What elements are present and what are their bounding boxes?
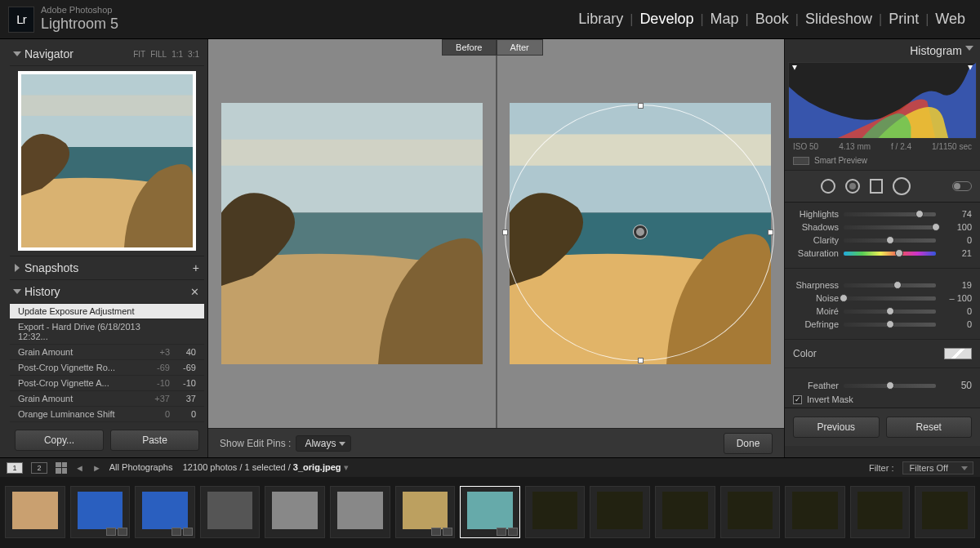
filter-dropdown[interactable]: Filters Off xyxy=(902,461,973,474)
navigator-header[interactable]: Navigator FITFILL1:13:1 xyxy=(10,42,204,66)
slider-highlights[interactable]: Highlights74 xyxy=(793,209,972,219)
prev-photo-icon[interactable]: ◄ xyxy=(75,463,84,473)
slider-saturation[interactable]: Saturation21 xyxy=(793,248,972,258)
filmstrip-thumb[interactable] xyxy=(5,486,65,538)
filmstrip-thumb[interactable] xyxy=(720,486,781,538)
module-book[interactable]: Book xyxy=(749,11,795,28)
history-item[interactable]: Post-Crop Vignette A...-10-10 xyxy=(10,376,204,391)
histogram[interactable] xyxy=(788,62,977,139)
add-snapshot-icon[interactable]: + xyxy=(193,261,199,274)
filmstrip-thumb[interactable] xyxy=(525,486,586,538)
filmstrip-bar: 1 2 ◄ ► All Photographs 12100 photos / 1… xyxy=(0,457,980,477)
monitor-2-button[interactable]: 2 xyxy=(31,462,47,474)
module-map[interactable]: Map xyxy=(704,11,746,28)
slider-noise[interactable]: Noise– 100 xyxy=(793,293,972,303)
svg-rect-1 xyxy=(21,95,193,115)
breadcrumb[interactable]: All Photographs 12100 photos / 1 selecte… xyxy=(109,462,349,473)
crop-tool-icon[interactable] xyxy=(793,180,811,193)
zoom-1:1[interactable]: 1:1 xyxy=(172,50,183,59)
filmstrip-thumb[interactable] xyxy=(915,486,975,538)
disclosure-triangle-icon xyxy=(15,264,20,272)
smart-preview-icon xyxy=(793,157,809,165)
edit-pins-dropdown[interactable]: Always xyxy=(296,435,351,452)
copy-button[interactable]: Copy... xyxy=(15,430,104,451)
reset-button[interactable]: Reset xyxy=(886,417,973,438)
snapshots-title: Snapshots xyxy=(24,261,78,274)
filmstrip-thumb[interactable] xyxy=(590,486,650,538)
grid-view-icon[interactable] xyxy=(56,462,67,474)
done-button[interactable]: Done xyxy=(724,433,773,454)
next-photo-icon[interactable]: ► xyxy=(92,463,101,473)
filmstrip-thumb[interactable] xyxy=(460,486,520,538)
histogram-header[interactable]: Histogram xyxy=(785,39,980,62)
local-tools-row xyxy=(785,171,980,203)
smart-preview-row: Smart Preview xyxy=(785,154,980,171)
invert-mask-checkbox[interactable]: Invert Mask xyxy=(793,394,972,404)
slider-defringe[interactable]: Defringe0 xyxy=(793,319,972,329)
svg-rect-7 xyxy=(510,134,771,165)
slider-sharpness[interactable]: Sharpness19 xyxy=(793,280,972,290)
before-pane[interactable] xyxy=(208,39,497,428)
filmstrip-thumb[interactable] xyxy=(135,486,195,538)
module-library[interactable]: Library xyxy=(572,11,630,28)
radial-filter-icon[interactable] xyxy=(893,177,911,195)
after-pane[interactable] xyxy=(497,39,785,428)
slider-shadows[interactable]: Shadows100 xyxy=(793,222,972,232)
filmstrip[interactable] xyxy=(0,477,980,547)
brand-sub: Adobe Photoshop xyxy=(41,5,118,16)
filmstrip-thumb[interactable] xyxy=(70,486,131,538)
filmstrip-thumb[interactable] xyxy=(850,486,911,538)
beach-photo-icon xyxy=(21,74,193,247)
toolbar: Show Edit Pins : Always Done xyxy=(208,428,784,457)
filmstrip-thumb[interactable] xyxy=(330,486,390,538)
history-list: Update Exposure AdjustmentExport - Hard … xyxy=(10,304,204,423)
zoom-fit[interactable]: FIT xyxy=(133,50,145,59)
module-web[interactable]: Web xyxy=(929,11,972,28)
zoom-fill[interactable]: FILL xyxy=(150,50,167,59)
history-item[interactable]: Grain Amount+3737 xyxy=(10,391,204,407)
history-title: History xyxy=(24,285,60,298)
zoom-3:1[interactable]: 3:1 xyxy=(188,50,199,59)
clear-history-icon[interactable]: ✕ xyxy=(190,286,199,298)
module-tabs: Library|Develop|Map|Book|Slideshow|Print… xyxy=(572,11,972,28)
navigator-zoom-opts[interactable]: FITFILL1:13:1 xyxy=(133,50,199,59)
slider-moiré[interactable]: Moiré0 xyxy=(793,306,972,316)
previous-button[interactable]: Previous xyxy=(793,417,880,438)
history-header[interactable]: History ✕ xyxy=(10,280,204,304)
after-label: After xyxy=(497,39,543,56)
color-swatch[interactable] xyxy=(944,348,972,359)
checkbox-icon xyxy=(793,395,802,404)
history-item[interactable]: Export - Hard Drive (6/18/2013 12:32... xyxy=(10,319,204,345)
graduated-filter-icon[interactable] xyxy=(870,179,883,194)
brand-app: Lightroom 5 xyxy=(41,16,118,33)
monitor-1-button[interactable]: 1 xyxy=(7,462,23,474)
filmstrip-thumb[interactable] xyxy=(265,486,325,538)
brand: Adobe Photoshop Lightroom 5 xyxy=(41,5,118,33)
brush-tool-icon[interactable] xyxy=(952,181,972,191)
slider-clarity[interactable]: Clarity0 xyxy=(793,235,972,245)
paste-button[interactable]: Paste xyxy=(110,430,199,451)
copy-paste-row: Copy... Paste xyxy=(10,423,204,457)
filmstrip-thumb[interactable] xyxy=(395,486,456,538)
right-panel: Histogram ISO 504.13 mmf / 2.41/1150 sec… xyxy=(784,39,980,457)
module-print[interactable]: Print xyxy=(882,11,925,28)
filmstrip-thumb[interactable] xyxy=(785,486,845,538)
history-item[interactable]: Orange Luminance Shift00 xyxy=(10,407,204,422)
history-item[interactable]: Post-Crop Vignette Ro...-69-69 xyxy=(10,360,204,376)
filmstrip-thumb[interactable] xyxy=(200,486,261,538)
before-photo xyxy=(221,103,483,364)
filmstrip-thumb[interactable] xyxy=(655,486,715,538)
color-row: Color xyxy=(785,345,980,363)
module-develop[interactable]: Develop xyxy=(633,11,700,28)
disclosure-triangle-icon xyxy=(13,289,21,294)
center-canvas: Before After xyxy=(208,39,784,457)
history-item[interactable]: Update Exposure Adjustment xyxy=(10,304,204,319)
module-slideshow[interactable]: Slideshow xyxy=(799,11,879,28)
history-item[interactable]: Grain Amount+340 xyxy=(10,345,204,360)
svg-rect-4 xyxy=(221,140,483,166)
navigator-thumbnail[interactable] xyxy=(18,71,196,251)
redeye-tool-icon[interactable] xyxy=(845,179,860,194)
feather-slider[interactable]: Feather 50 xyxy=(793,380,972,391)
spot-tool-icon[interactable] xyxy=(821,179,835,194)
snapshots-header[interactable]: Snapshots + xyxy=(10,256,204,280)
